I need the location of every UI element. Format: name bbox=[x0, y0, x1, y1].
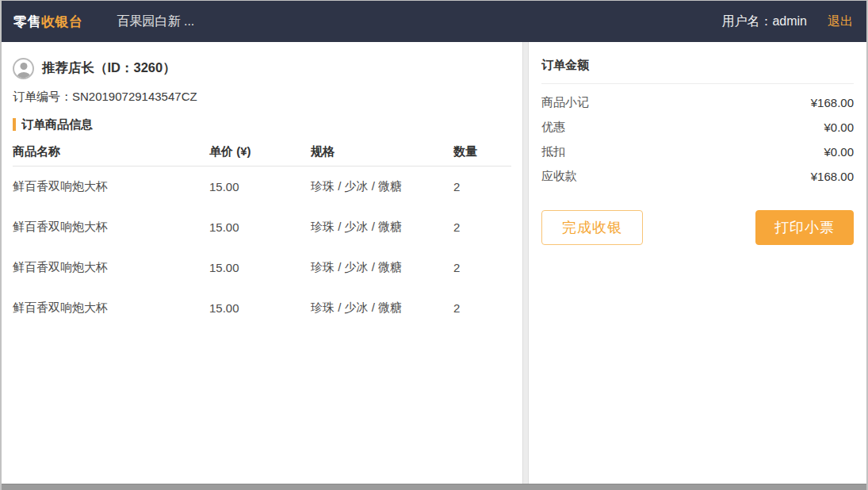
cell-product-name: 鲜百香双响炮大杯 bbox=[13, 179, 209, 194]
pos-window: 零售收银台 百果园白新 ... 用户名：admin 退出 推荐店长（ID：326… bbox=[0, 0, 868, 490]
column-header-qty: 数量 bbox=[453, 144, 511, 159]
table-row: 鲜百香双响炮大杯 15.00 珍珠 / 少冰 / 微糖 2 bbox=[13, 207, 511, 247]
cell-quantity: 2 bbox=[453, 220, 511, 234]
window-bottom-edge bbox=[2, 484, 866, 490]
app-title: 零售收银台 bbox=[13, 13, 83, 31]
summary-label: 商品小记 bbox=[541, 95, 589, 110]
table-row: 鲜百香双响炮大杯 15.00 珍珠 / 少冰 / 微糖 2 bbox=[13, 167, 511, 207]
summary-row-deduction: 抵扣 ¥0.00 bbox=[541, 140, 854, 164]
app-title-suffix: 收银台 bbox=[41, 14, 83, 29]
goods-section-title: 订单商品信息 bbox=[13, 116, 511, 133]
customer-row: 推荐店长（ID：3260） bbox=[13, 57, 511, 79]
cell-unit-price: 15.00 bbox=[209, 220, 311, 234]
complete-checkout-button[interactable]: 完成收银 bbox=[541, 210, 643, 245]
print-receipt-button[interactable]: 打印小票 bbox=[755, 210, 854, 245]
column-header-name: 商品名称 bbox=[13, 144, 209, 159]
cell-unit-price: 15.00 bbox=[209, 261, 311, 274]
cell-product-name: 鲜百香双响炮大杯 bbox=[13, 260, 209, 275]
username-display: 用户名：admin bbox=[721, 13, 807, 30]
column-header-price: 单价 (¥) bbox=[209, 144, 311, 159]
section-accent-bar bbox=[13, 118, 16, 131]
order-number-value: SN20190729143547CZ bbox=[72, 90, 197, 103]
table-row: 鲜百香双响炮大杯 15.00 珍珠 / 少冰 / 微糖 2 bbox=[13, 288, 511, 328]
cell-product-name: 鲜百香双响炮大杯 bbox=[13, 301, 209, 316]
store-tab[interactable]: 百果园白新 ... bbox=[117, 13, 195, 30]
cell-unit-price: 15.00 bbox=[209, 180, 311, 193]
cell-unit-price: 15.00 bbox=[209, 301, 311, 315]
summary-value: ¥168.00 bbox=[811, 96, 854, 109]
goods-table: 商品名称 单价 (¥) 规格 数量 鲜百香双响炮大杯 15.00 珍珠 / 少冰… bbox=[13, 138, 511, 328]
summary-label: 应收款 bbox=[541, 169, 577, 184]
app-header: 零售收银台 百果园白新 ... 用户名：admin 退出 bbox=[2, 1, 866, 42]
cell-spec: 珍珠 / 少冰 / 微糖 bbox=[311, 260, 453, 275]
summary-value: ¥168.00 bbox=[811, 170, 854, 183]
customer-title: 推荐店长（ID：3260） bbox=[42, 59, 176, 77]
summary-value: ¥0.00 bbox=[824, 121, 854, 134]
order-summary-panel: 订单金额 商品小记 ¥168.00 优惠 ¥0.00 抵扣 ¥0.00 应收款 … bbox=[528, 42, 866, 484]
cell-quantity: 2 bbox=[453, 261, 511, 274]
summary-label: 优惠 bbox=[541, 120, 565, 135]
cell-spec: 珍珠 / 少冰 / 微糖 bbox=[311, 301, 453, 316]
column-header-spec: 规格 bbox=[311, 144, 453, 159]
cell-product-name: 鲜百香双响炮大杯 bbox=[13, 220, 209, 235]
goods-section-title-text: 订单商品信息 bbox=[21, 117, 93, 132]
username-value: admin bbox=[772, 14, 807, 28]
cell-spec: 珍珠 / 少冰 / 微糖 bbox=[311, 220, 453, 235]
cell-quantity: 2 bbox=[453, 301, 511, 315]
summary-row-subtotal: 商品小记 ¥168.00 bbox=[541, 90, 854, 115]
action-buttons: 完成收银 打印小票 bbox=[541, 210, 854, 245]
summary-label: 抵扣 bbox=[541, 144, 565, 159]
order-detail-panel: 推荐店长（ID：3260） 订单编号：SN20190729143547CZ 订单… bbox=[2, 42, 523, 484]
cell-quantity: 2 bbox=[453, 180, 511, 193]
avatar-head-shape bbox=[20, 63, 27, 70]
summary-value: ¥0.00 bbox=[824, 145, 854, 159]
main-content: 推荐店长（ID：3260） 订单编号：SN20190729143547CZ 订单… bbox=[2, 42, 866, 484]
cell-spec: 珍珠 / 少冰 / 微糖 bbox=[311, 179, 453, 194]
username-label: 用户名： bbox=[721, 14, 772, 28]
summary-rows: 商品小记 ¥168.00 优惠 ¥0.00 抵扣 ¥0.00 应收款 ¥168.… bbox=[541, 90, 854, 189]
user-avatar-icon bbox=[13, 58, 34, 79]
app-title-prefix: 零售 bbox=[13, 14, 41, 29]
order-number: 订单编号：SN20190729143547CZ bbox=[13, 88, 511, 105]
summary-row-discount: 优惠 ¥0.00 bbox=[541, 115, 854, 140]
logout-button[interactable]: 退出 bbox=[828, 13, 853, 30]
summary-title: 订单金额 bbox=[541, 58, 854, 84]
order-number-label: 订单编号： bbox=[13, 90, 72, 103]
summary-row-amount-due: 应收款 ¥168.00 bbox=[541, 164, 854, 189]
table-row: 鲜百香双响炮大杯 15.00 珍珠 / 少冰 / 微糖 2 bbox=[13, 247, 511, 288]
avatar-body-shape bbox=[17, 72, 30, 79]
goods-table-header: 商品名称 单价 (¥) 规格 数量 bbox=[13, 138, 511, 167]
